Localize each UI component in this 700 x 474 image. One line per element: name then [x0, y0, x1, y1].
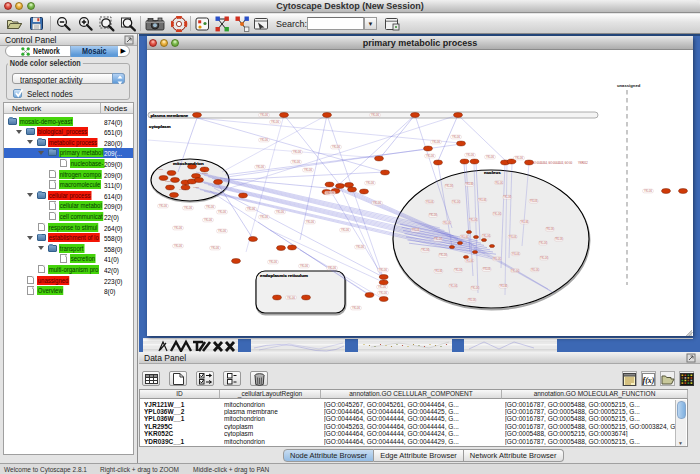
svg-text:f(x): f(x) — [643, 376, 655, 385]
svg-text:YKL06: YKL06 — [379, 268, 387, 272]
svg-text:unassigned: unassigned — [617, 83, 641, 88]
svg-text:YKL0: YKL0 — [165, 180, 172, 183]
svg-text:YKL06: YKL06 — [512, 252, 520, 256]
svg-text:YKL0: YKL0 — [202, 172, 209, 175]
svg-text:GO:0044464, GO:0044444, GO:00: GO:0044464, GO:0044444, GO:00 — [532, 161, 573, 165]
svg-text:YKL06: YKL06 — [373, 201, 381, 205]
svg-text:YKL06: YKL06 — [426, 154, 434, 158]
svg-text:YKL06: YKL06 — [449, 284, 457, 288]
svg-text:YKL06: YKL06 — [531, 268, 539, 272]
svg-text:YKL06: YKL06 — [352, 306, 360, 310]
svg-text:YKL06: YKL06 — [493, 257, 501, 261]
svg-text:YKL06: YKL06 — [204, 218, 212, 222]
svg-text:YKL06: YKL06 — [452, 135, 460, 139]
svg-text:YKL06: YKL06 — [466, 182, 474, 186]
svg-text:YKL06: YKL06 — [412, 228, 420, 232]
svg-text:YKL06: YKL06 — [434, 237, 442, 241]
svg-text:YKL06: YKL06 — [341, 228, 349, 232]
svg-text:YKL06: YKL06 — [206, 205, 214, 209]
svg-text:YKL06: YKL06 — [378, 285, 386, 289]
svg-text:YKL06: YKL06 — [276, 210, 284, 214]
svg-text:YKL06: YKL06 — [452, 200, 460, 204]
svg-text:endoplasmic reticulum: endoplasmic reticulum — [260, 273, 308, 278]
svg-text:YKL06: YKL06 — [174, 244, 182, 248]
svg-text:YKL06: YKL06 — [435, 269, 443, 273]
svg-text:YKL0: YKL0 — [157, 168, 164, 171]
svg-text:YKL06: YKL06 — [256, 165, 264, 169]
svg-text:YKL06: YKL06 — [326, 191, 334, 195]
svg-text:cytoplasm: cytoplasm — [149, 124, 171, 129]
svg-text:YKL0: YKL0 — [193, 186, 200, 189]
svg-text:nucleus: nucleus — [484, 170, 501, 175]
svg-text:YKL06: YKL06 — [511, 269, 519, 273]
svg-text:YKL06: YKL06 — [454, 268, 462, 272]
svg-text:YKL06: YKL06 — [509, 235, 517, 239]
svg-text:YKL06: YKL06 — [530, 199, 538, 203]
svg-text:YKL06: YKL06 — [260, 215, 268, 219]
svg-text:YKL06: YKL06 — [555, 237, 563, 241]
svg-text:YKL06: YKL06 — [379, 291, 387, 295]
svg-text:YKL06: YKL06 — [211, 246, 219, 250]
svg-text:YKL06: YKL06 — [304, 168, 312, 172]
svg-text:YKL06: YKL06 — [461, 235, 469, 239]
svg-text:YKL06: YKL06 — [486, 155, 494, 159]
svg-text:mitochondrion: mitochondrion — [173, 161, 204, 166]
svg-text:YKL06: YKL06 — [445, 184, 453, 188]
svg-text:YKL06: YKL06 — [429, 213, 437, 217]
svg-text:YKL06: YKL06 — [421, 248, 429, 252]
svg-text:YKL06: YKL06 — [482, 234, 490, 238]
svg-text:YKL06: YKL06 — [471, 286, 479, 290]
svg-text:YKL06: YKL06 — [469, 218, 477, 222]
svg-text:YKL06: YKL06 — [159, 204, 167, 208]
svg-text:YKL06: YKL06 — [371, 113, 379, 117]
svg-text:YKL06: YKL06 — [515, 156, 523, 160]
svg-text:YKL06: YKL06 — [287, 296, 295, 300]
svg-text:YKL06: YKL06 — [479, 198, 487, 202]
svg-text:YKL06: YKL06 — [174, 226, 182, 230]
svg-text:YKL06: YKL06 — [293, 150, 301, 154]
svg-text:YKL06: YKL06 — [540, 256, 548, 260]
svg-text:YKL06: YKL06 — [443, 221, 451, 225]
svg-text:YKL06: YKL06 — [218, 229, 226, 233]
svg-text:YKL06: YKL06 — [546, 227, 554, 231]
svg-text:YKL06: YKL06 — [218, 210, 226, 214]
svg-text:YKL06: YKL06 — [292, 160, 300, 164]
svg-text:YKL06: YKL06 — [466, 259, 474, 263]
svg-text:YKL06: YKL06 — [184, 206, 192, 210]
svg-text:YKL06: YKL06 — [366, 181, 374, 185]
svg-text:YKL06: YKL06 — [271, 120, 279, 124]
svg-text:YKL06: YKL06 — [306, 220, 314, 224]
svg-text:YKL06: YKL06 — [521, 220, 529, 224]
svg-text:YKL06: YKL06 — [466, 153, 474, 157]
svg-text:YKL06: YKL06 — [432, 140, 440, 144]
svg-text:YKL0: YKL0 — [179, 188, 186, 191]
svg-text:YKL06: YKL06 — [260, 113, 268, 117]
svg-text:YKL06: YKL06 — [503, 195, 511, 199]
svg-text:YKL06: YKL06 — [495, 181, 503, 185]
svg-text:YKL06: YKL06 — [328, 266, 336, 270]
svg-text:YKL06: YKL06 — [483, 267, 491, 271]
svg-text:plasma membrane: plasma membrane — [151, 113, 189, 118]
svg-text:YKL06: YKL06 — [300, 264, 308, 268]
svg-text:YKL06: YKL06 — [332, 145, 340, 149]
svg-text:YKL06: YKL06 — [468, 298, 476, 302]
svg-text:YKL06: YKL06 — [269, 260, 277, 264]
svg-text:YKR052: YKR052 — [578, 161, 588, 165]
svg-text:YKL06: YKL06 — [247, 207, 255, 211]
svg-text:YKL06: YKL06 — [493, 212, 501, 216]
svg-text:YKL06: YKL06 — [426, 200, 434, 204]
svg-text:YKL06: YKL06 — [439, 253, 447, 257]
svg-text:YKL06: YKL06 — [500, 284, 508, 288]
svg-text:YKL06: YKL06 — [539, 241, 547, 245]
svg-text:YKL06: YKL06 — [260, 138, 268, 142]
svg-text:YKL06: YKL06 — [644, 189, 652, 193]
svg-text:YKL06: YKL06 — [356, 245, 364, 249]
